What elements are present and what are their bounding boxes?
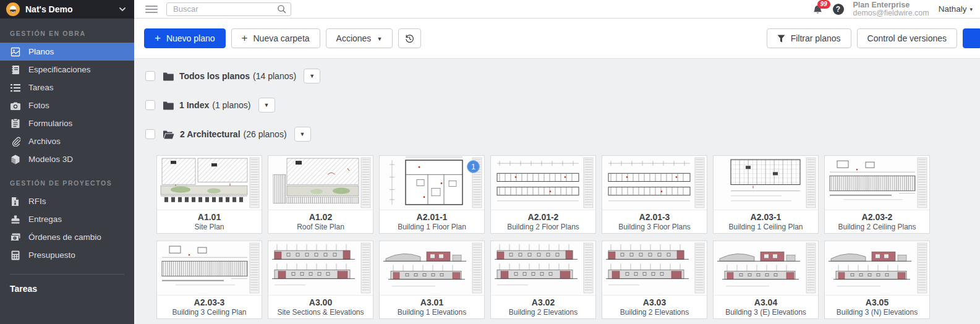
sidebar-item-change-orders[interactable]: Órdenes de cambio bbox=[0, 228, 134, 246]
folder-row: Todos los planos (14 planos) ▼ bbox=[145, 68, 980, 84]
plan-name: Building 3 (N) Elevations bbox=[837, 308, 918, 317]
notification-count-badge: 99 bbox=[817, 0, 830, 9]
plan-name: Site Sections & Elevations bbox=[277, 308, 364, 317]
version-control-button[interactable]: Control de versiones bbox=[857, 28, 957, 48]
plan-card[interactable]: A2.03-2 Building 2 Ceiling Plans bbox=[824, 155, 930, 234]
sidebar-section-title: GESTIÓN DE PROYECTOS bbox=[0, 168, 134, 192]
plus-icon: + bbox=[155, 33, 161, 43]
sidebar-item-files[interactable]: Archivos bbox=[0, 132, 134, 150]
sidebar-item-label: Órdenes de cambio bbox=[28, 232, 101, 242]
sidebar-item-models-3d[interactable]: Modelos 3D bbox=[0, 150, 134, 168]
plan-code: A2.03-2 bbox=[862, 212, 893, 223]
folder-closed-icon bbox=[163, 72, 174, 81]
sidebar-item-photos[interactable]: Fotos bbox=[0, 96, 134, 114]
plan-card[interactable]: A2.03-1 Building 1 Ceiling Plan bbox=[713, 155, 819, 234]
new-plan-button[interactable]: + Nuevo plano bbox=[144, 28, 226, 48]
plan-name: Building 3 Ceiling Plan bbox=[172, 308, 246, 317]
main-area: 99 ? Plan Enterprise demos@fieldwire.com… bbox=[134, 0, 980, 324]
folder-menu-button[interactable]: ▼ bbox=[258, 98, 275, 113]
sidebar-footer-tareas[interactable]: Tareas bbox=[0, 275, 134, 303]
rfi-icon bbox=[10, 197, 20, 207]
plan-code: A2.03-1 bbox=[751, 212, 782, 223]
sidebar-item-list: Planos Especificaciones Tareas Fotos For… bbox=[0, 43, 134, 168]
plan-name: Building 1 Floor Plan bbox=[398, 223, 466, 232]
actions-button[interactable]: Acciones ▼ bbox=[326, 28, 393, 48]
folder-menu-button[interactable]: ▼ bbox=[294, 127, 311, 142]
plan-thumbnail bbox=[825, 241, 929, 296]
notifications-bell-icon[interactable]: 99 bbox=[812, 4, 824, 16]
app-window: Nat's Demo GESTIÓN EN OBRA Planos Especi… bbox=[0, 0, 980, 324]
plan-thumbnail bbox=[157, 156, 262, 210]
plan-code: A1.01 bbox=[198, 212, 221, 223]
plan-card[interactable]: A2.01-3 Building 3 Floor Plans bbox=[602, 155, 707, 234]
plan-card[interactable]: A3.00 Site Sections & Elevations bbox=[268, 241, 373, 319]
files-icon bbox=[10, 137, 20, 147]
sidebar: Nat's Demo GESTIÓN EN OBRA Planos Especi… bbox=[0, 0, 134, 324]
plan-card[interactable]: A3.02 Building 2 Elevations bbox=[490, 241, 596, 319]
sidebar-item-plans[interactable]: Planos bbox=[0, 43, 134, 61]
search-input[interactable] bbox=[173, 4, 273, 14]
plus-icon: + bbox=[242, 33, 248, 43]
sidebar-item-tasks[interactable]: Tareas bbox=[0, 79, 134, 96]
folder-plan-count: (14 planos) bbox=[253, 71, 296, 81]
plan-card[interactable]: A3.01 Building 1 Elevations bbox=[379, 241, 485, 319]
folder-checkbox[interactable] bbox=[145, 100, 155, 110]
plan-thumbnail bbox=[268, 241, 373, 296]
plan-card[interactable]: A2.01-1 Building 1 Floor Plan 1 bbox=[379, 155, 485, 234]
search-box bbox=[166, 2, 291, 16]
plan-card[interactable]: A3.05 Building 3 (N) Elevations bbox=[824, 241, 930, 319]
project-switcher[interactable]: Nat's Demo bbox=[0, 0, 134, 19]
models-3d-icon bbox=[10, 155, 20, 164]
sidebar-item-submittals[interactable]: Entregas bbox=[0, 210, 134, 228]
new-folder-button[interactable]: + Nueva carpeta bbox=[231, 28, 320, 48]
tasks-icon bbox=[10, 83, 20, 92]
plan-thumbnail bbox=[491, 241, 595, 296]
plan-code: A2.01-1 bbox=[417, 212, 448, 223]
plan-code: A3.01 bbox=[420, 297, 443, 308]
plan-thumbnail bbox=[602, 156, 707, 210]
toolbar: + Nuevo plano + Nueva carpeta Acciones ▼ bbox=[134, 19, 980, 59]
folder-row: 2 Architectural (26 planos) ▼ bbox=[145, 126, 980, 142]
plan-code: A3.05 bbox=[866, 297, 888, 308]
plan-card[interactable]: A2.01-2 Building 2 Floor Plans bbox=[490, 155, 596, 234]
user-menu[interactable]: Nathaly ▾ bbox=[939, 4, 974, 14]
sidebar-item-label: RFIs bbox=[28, 197, 46, 206]
sidebar-item-forms[interactable]: Formularios bbox=[0, 114, 134, 132]
user-name: Nathaly bbox=[939, 4, 967, 14]
plan-thumbnail bbox=[268, 156, 373, 210]
plan-card[interactable]: A1.01 Site Plan bbox=[156, 155, 262, 234]
filter-plans-button[interactable]: Filtrar planos bbox=[767, 28, 851, 48]
plan-card[interactable]: A3.04 Building 3 (E) Elevations bbox=[713, 241, 819, 319]
history-button[interactable] bbox=[398, 28, 421, 48]
sidebar-item-rfi[interactable]: RFIs bbox=[0, 192, 134, 210]
plan-card[interactable]: A1.02 Roof Site Plan bbox=[268, 155, 373, 234]
sidebar-item-label: Archivos bbox=[28, 137, 61, 146]
funnel-icon bbox=[777, 35, 785, 43]
plan-name: Building 2 Floor Plans bbox=[507, 223, 579, 232]
folder-plan-count: (1 planos) bbox=[212, 100, 250, 110]
export-button-cutoff[interactable] bbox=[963, 28, 980, 48]
folder-menu-button[interactable]: ▼ bbox=[304, 69, 320, 83]
topbar-right: 99 ? Plan Enterprise demos@fieldwire.com… bbox=[812, 1, 974, 17]
sidebar-item-budget[interactable]: Presupuesto bbox=[0, 246, 134, 264]
chevron-down-icon[interactable] bbox=[118, 5, 127, 14]
help-icon[interactable]: ? bbox=[833, 4, 844, 15]
hamburger-menu-icon[interactable] bbox=[145, 6, 158, 13]
search-icon[interactable] bbox=[277, 4, 286, 14]
sidebar-item-label: Especificaciones bbox=[28, 65, 91, 74]
sidebar-item-list: RFIs Entregas Órdenes de cambio Presupue… bbox=[0, 192, 134, 264]
sidebar-item-label: Modelos 3D bbox=[28, 155, 73, 164]
sidebar-item-specs[interactable]: Especificaciones bbox=[0, 61, 134, 79]
plan-code: A2.03-3 bbox=[194, 297, 225, 308]
sidebar-section: GESTIÓN EN OBRA Planos Especificaciones … bbox=[0, 19, 134, 168]
folder-plan-count: (26 planos) bbox=[244, 129, 287, 139]
plan-code: A2.01-2 bbox=[528, 212, 559, 223]
plan-name: Building 2 Elevations bbox=[620, 308, 689, 317]
plan-card[interactable]: A3.03 Building 2 Elevations bbox=[602, 241, 707, 319]
plan-thumbnail bbox=[714, 241, 818, 296]
plan-card[interactable]: A2.03-3 Building 3 Ceiling Plan bbox=[156, 241, 262, 319]
folder-checkbox[interactable] bbox=[145, 71, 155, 81]
sidebar-item-label: Fotos bbox=[28, 101, 49, 110]
history-icon bbox=[404, 33, 415, 44]
folder-checkbox[interactable] bbox=[145, 129, 155, 139]
